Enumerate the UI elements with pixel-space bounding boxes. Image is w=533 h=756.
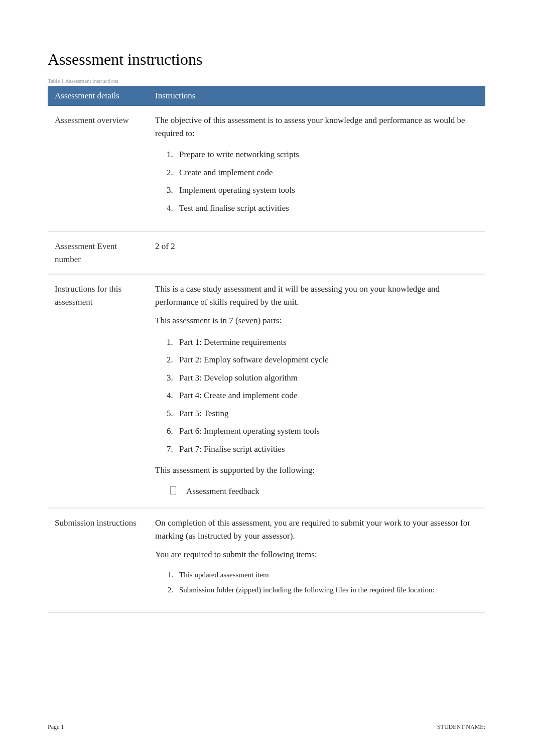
page-number: Page 1 xyxy=(48,723,64,731)
submission-intro1: On completion of this assessment, you ar… xyxy=(155,517,478,542)
row-label-submission: Submission instructions xyxy=(48,508,148,612)
table-caption: Table 1 Assessment instructions xyxy=(48,78,485,84)
bullet-item: Assessment feedback xyxy=(170,483,478,500)
list-item: Part 2: Employ software development cycl… xyxy=(175,351,478,369)
list-item: Part 7: Finalise script activities xyxy=(175,440,478,458)
bullet-text: Assessment feedback xyxy=(186,485,259,498)
list-item: Part 3: Develop solution algorithm xyxy=(175,369,478,387)
instructions-parts-list: Part 1: Determine requirements Part 2: E… xyxy=(175,333,478,458)
assessment-table: Assessment details Instructions Assessme… xyxy=(48,86,485,613)
list-item: Implement operating system tools xyxy=(175,181,478,199)
row-label-instructions: Instructions for this assessment xyxy=(48,274,148,508)
list-item: Part 1: Determine requirements xyxy=(175,333,478,351)
instructions-supported: This assessment is supported by the foll… xyxy=(155,464,478,477)
submission-items-list: This updated assessment item Submission … xyxy=(175,567,478,598)
row-label-event-number: Assessment Event number xyxy=(48,231,148,274)
submission-intro2: You are required to submit the following… xyxy=(155,548,478,561)
row-content-event-number: 2 of 2 xyxy=(148,231,485,274)
overview-list: Prepare to write networking scripts Crea… xyxy=(175,146,478,217)
row-content-overview: The objective of this assessment is to a… xyxy=(148,106,485,231)
instructions-intro2: This assessment is in 7 (seven) parts: xyxy=(155,314,478,327)
table-header-row: Assessment details Instructions xyxy=(48,86,485,106)
list-item: Part 5: Testing xyxy=(175,405,478,423)
placeholder-bullet-icon xyxy=(170,486,176,494)
table-row: Instructions for this assessment This is… xyxy=(48,274,485,508)
table-row: Assessment Event number 2 of 2 xyxy=(48,231,485,274)
list-item: Prepare to write networking scripts xyxy=(175,146,478,164)
list-item: This updated assessment item xyxy=(175,567,478,583)
row-content-submission: On completion of this assessment, you ar… xyxy=(148,508,485,612)
list-item: Test and finalise script activities xyxy=(175,199,478,217)
list-item: Part 4: Create and implement code xyxy=(175,387,478,405)
column-header-details: Assessment details xyxy=(48,86,148,106)
page-title: Assessment instructions xyxy=(48,50,485,69)
table-row: Assessment overview The objective of thi… xyxy=(48,106,485,231)
event-number-value: 2 of 2 xyxy=(155,240,478,253)
student-name-label: STUDENT NAME: xyxy=(437,723,485,731)
instructions-intro1: This is a case study assessment and it w… xyxy=(155,283,478,308)
column-header-instructions: Instructions xyxy=(148,86,485,106)
table-row: Submission instructions On completion of… xyxy=(48,508,485,612)
row-label-overview: Assessment overview xyxy=(48,106,148,231)
overview-intro: The objective of this assessment is to a… xyxy=(155,114,478,140)
list-item: Submission folder (zipped) including the… xyxy=(175,582,478,598)
page-footer: Page 1 STUDENT NAME: xyxy=(48,723,485,731)
row-content-instructions: This is a case study assessment and it w… xyxy=(148,274,485,508)
list-item: Create and implement code xyxy=(175,164,478,182)
list-item: Part 6: Implement operating system tools xyxy=(175,422,478,440)
